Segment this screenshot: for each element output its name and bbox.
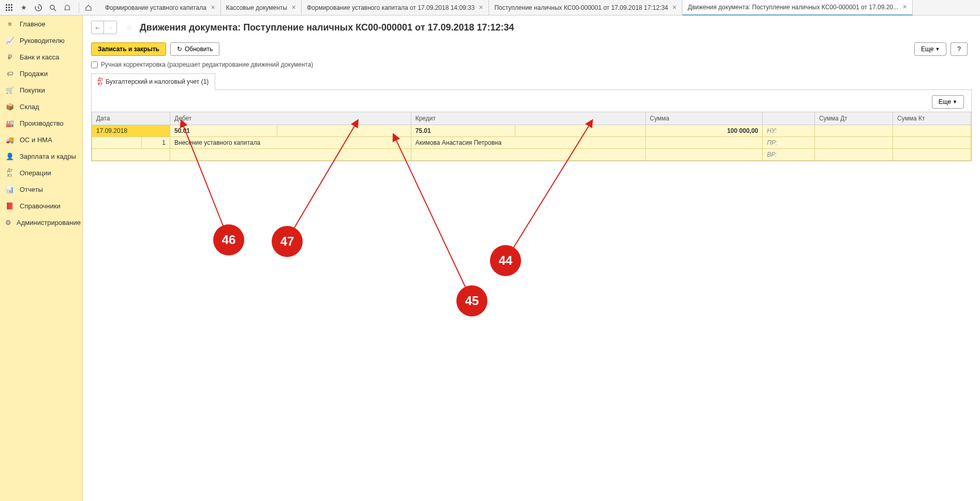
- accounting-tab[interactable]: ДтКтБухгалтерский и налоговый учет (1): [91, 73, 215, 90]
- tab-1[interactable]: Кассовые документы✕: [221, 0, 302, 16]
- tab-label: Формирование уставного капитала: [105, 4, 206, 11]
- search-icon[interactable]: [47, 2, 59, 14]
- page-title: Движения документа: Поступление наличных…: [140, 22, 514, 33]
- save-close-button[interactable]: Записать и закрыть: [91, 42, 166, 56]
- refresh-button[interactable]: ↻Обновить: [170, 42, 219, 56]
- table-row[interactable]: ВР:: [92, 149, 971, 161]
- tab-4[interactable]: Движения документа: Поступление наличных…: [682, 0, 913, 16]
- sidebar-item-sales[interactable]: 🏷Продажи: [0, 65, 82, 82]
- sidebar-item-manager[interactable]: 📈Руководителю: [0, 32, 82, 49]
- sidebar-item-assets[interactable]: 🚚ОС и НМА: [0, 131, 82, 148]
- tag-icon: 🏷: [5, 69, 14, 78]
- annotation-46: 46: [213, 224, 244, 255]
- close-icon[interactable]: ✕: [291, 4, 296, 11]
- chevron-down-icon: ▼: [953, 99, 957, 104]
- history-icon[interactable]: [32, 2, 44, 14]
- sidebar-item-label: Производство: [20, 119, 64, 127]
- home-icon[interactable]: [82, 2, 95, 14]
- sidebar-item-warehouse[interactable]: 📦Склад: [0, 98, 82, 115]
- chevron-down-icon: ▼: [935, 47, 940, 52]
- th-blank[interactable]: [763, 112, 815, 125]
- tabs-bar: Формирование уставного капитала✕ Кассовы…: [100, 0, 977, 16]
- cell-blank: [92, 137, 142, 149]
- checkbox-label: Ручная корректировка (разрешает редактир…: [101, 61, 313, 68]
- sidebar-item-label: Банк и касса: [20, 53, 60, 61]
- ruble-icon: ₽: [5, 52, 14, 62]
- table-more-button[interactable]: Еще▼: [932, 95, 964, 109]
- tab-label: Формирование уставного капитала от 17.09…: [307, 4, 475, 11]
- button-label: Обновить: [185, 45, 213, 53]
- sidebar-item-directories[interactable]: 📕Справочники: [0, 198, 82, 214]
- person-icon: 👤: [5, 151, 14, 161]
- nav-back[interactable]: ←: [92, 21, 104, 34]
- sidebar-item-label: Отчеты: [20, 186, 43, 193]
- annotation-44: 44: [490, 245, 521, 276]
- annotation-47: 47: [272, 226, 303, 257]
- cell-pr: ПР:: [763, 137, 815, 149]
- star-icon[interactable]: ★: [18, 2, 30, 14]
- sidebar-item-label: Покупки: [20, 86, 45, 94]
- th-sumdt[interactable]: Сумма Дт: [814, 112, 893, 125]
- close-icon[interactable]: ✕: [211, 4, 215, 11]
- annotation-45: 45: [456, 285, 487, 316]
- svg-rect-7: [8, 9, 10, 11]
- close-icon[interactable]: ✕: [672, 4, 677, 11]
- svg-rect-0: [6, 4, 7, 6]
- bell-icon[interactable]: [61, 2, 73, 14]
- box-icon: 📦: [5, 102, 14, 111]
- sidebar-item-label: Администрирование: [17, 219, 81, 226]
- svg-rect-6: [6, 9, 7, 11]
- more-button[interactable]: Еще▼: [914, 42, 946, 56]
- sidebar-item-production[interactable]: 🏭Производство: [0, 115, 82, 131]
- manual-correction-row: Ручная корректировка (разрешает редактир…: [91, 61, 972, 68]
- cart-icon: 🛒: [5, 85, 14, 95]
- th-date[interactable]: Дата: [92, 112, 170, 125]
- sidebar-item-bank[interactable]: ₽Банк и касса: [0, 49, 82, 65]
- toolbar: Записать и закрыть ↻Обновить Еще▼ ?: [91, 42, 972, 56]
- apps-icon[interactable]: [3, 2, 16, 14]
- sidebar-item-reports[interactable]: 📊Отчеты: [0, 181, 82, 198]
- gear-icon: ⚙: [5, 218, 11, 227]
- dtkt-icon: ДтКт: [5, 168, 14, 177]
- sidebar-item-main[interactable]: ≡Главное: [0, 16, 82, 32]
- sidebar-item-purchases[interactable]: 🛒Покупки: [0, 82, 82, 98]
- inner-tabs: ДтКтБухгалтерский и налоговый учет (1): [91, 73, 972, 90]
- sidebar-item-label: Продажи: [20, 70, 48, 78]
- tab-label: Кассовые документы: [226, 4, 287, 11]
- svg-rect-5: [11, 7, 12, 8]
- tab-label: Поступление наличных КС00-000001 от 17.0…: [494, 4, 668, 11]
- th-credit[interactable]: Кредит: [411, 112, 645, 125]
- tab-label: Движения документа: Поступление наличных…: [688, 4, 898, 11]
- cell-blank: [645, 137, 763, 149]
- manual-correction-checkbox[interactable]: [91, 62, 98, 68]
- truck-icon: 🚚: [5, 135, 14, 144]
- svg-point-9: [50, 5, 54, 9]
- sidebar-item-operations[interactable]: ДтКтОперации: [0, 164, 82, 181]
- bars-icon: 📊: [5, 185, 14, 194]
- cell-blank: [814, 149, 893, 161]
- nav-forward[interactable]: →: [104, 21, 116, 34]
- close-icon[interactable]: ✕: [902, 4, 907, 10]
- th-debit[interactable]: Дебет: [170, 112, 411, 125]
- tab-0[interactable]: Формирование уставного капитала✕: [100, 0, 221, 16]
- tab-2[interactable]: Формирование уставного капитала от 17.09…: [302, 0, 489, 16]
- sidebar-item-admin[interactable]: ⚙Администрирование: [0, 214, 82, 231]
- title-row: ← → ☆ Движения документа: Поступление на…: [91, 21, 972, 34]
- table-row[interactable]: 17.09.2018 50.01 75.01 100 000,00 НУ:: [92, 125, 971, 137]
- cell-credit-desc: Акимова Анастасия Петровна: [411, 137, 645, 149]
- dtkt-icon: ДтКт: [98, 77, 103, 86]
- data-table: Дата Дебет Кредит Сумма Сумма Дт Сумма К…: [92, 112, 971, 161]
- svg-rect-8: [11, 9, 12, 11]
- cell-sum: 100 000,00: [645, 125, 763, 137]
- cell-blank: [411, 149, 645, 161]
- tab-3[interactable]: Поступление наличных КС00-000001 от 17.0…: [489, 0, 682, 16]
- table-row[interactable]: 1 Внесение уставного капитала Акимова Ан…: [92, 137, 971, 149]
- sidebar-item-salary[interactable]: 👤Зарплата и кадры: [0, 148, 82, 164]
- close-icon[interactable]: ✕: [479, 4, 483, 11]
- content: ← → ☆ Движения документа: Поступление на…: [83, 16, 980, 501]
- help-button[interactable]: ?: [951, 42, 968, 56]
- favorite-star-icon[interactable]: ☆: [123, 21, 136, 34]
- th-sumkt[interactable]: Сумма Кт: [893, 112, 971, 125]
- th-sum[interactable]: Сумма: [645, 112, 763, 125]
- cell-blank: [170, 149, 411, 161]
